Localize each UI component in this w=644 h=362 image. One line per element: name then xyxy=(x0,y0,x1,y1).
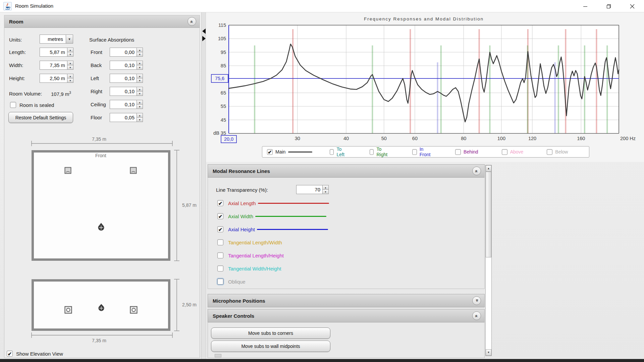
spinner-up-icon[interactable]: ▲ xyxy=(137,74,143,78)
scroll-up-icon[interactable]: ▲ xyxy=(486,165,491,172)
x-axis-max-label: 200 Hz xyxy=(620,136,636,141)
surface-spinner[interactable]: 0,10 ▲ ▼ xyxy=(110,100,143,109)
spinner-up-icon[interactable]: ▲ xyxy=(137,61,143,65)
modal-line-checkbox[interactable]: ✔ xyxy=(217,213,223,219)
spinner-up-icon[interactable]: ▲ xyxy=(67,48,73,52)
spinner-down-icon[interactable]: ▼ xyxy=(137,78,143,83)
modal-line-checkbox[interactable] xyxy=(217,252,223,258)
legend-item-in-front: In Front xyxy=(412,146,432,157)
legend-checkbox[interactable]: ✔ xyxy=(267,149,273,155)
room-collapse-button[interactable]: « xyxy=(187,17,196,26)
spinner-up-icon[interactable]: ▲ xyxy=(137,113,143,118)
chart-legend: ✔MainTo LeftTo RightIn FrontBehindAboveB… xyxy=(262,146,589,158)
spinner-up-icon[interactable]: ▲ xyxy=(322,185,329,190)
units-combobox[interactable]: metres ▼ xyxy=(40,35,73,44)
surface-value[interactable]: 0,10 xyxy=(110,87,137,96)
dimension-value[interactable]: 2,50 m xyxy=(40,74,67,83)
room-sealed-checkbox[interactable] xyxy=(10,102,16,108)
show-elevation-checkbox[interactable]: ✔ xyxy=(7,351,13,357)
scrollbar-thumb[interactable] xyxy=(486,172,491,257)
spinner-down-icon[interactable]: ▼ xyxy=(137,105,143,109)
surface-spinner[interactable]: 0,10 ▲ ▼ xyxy=(110,61,143,70)
microphone-positions-header[interactable]: Microphone Positions « xyxy=(208,294,485,307)
cursor-y-value: 75,6 xyxy=(215,76,224,81)
modal-line-label-text: Tangential Length/Width xyxy=(228,240,282,245)
modal-resonance-header[interactable]: Modal Resonance Lines « xyxy=(208,164,485,178)
microphone-expand-button[interactable]: « xyxy=(472,296,481,305)
line-transparency-value[interactable]: 70 xyxy=(296,185,322,194)
surface-spinner[interactable]: 0,05 ▲ ▼ xyxy=(110,113,143,122)
panel-splitter[interactable] xyxy=(201,12,206,359)
spinner-down-icon[interactable]: ▼ xyxy=(137,65,143,70)
listener-top-view-icon[interactable] xyxy=(97,223,105,232)
surface-value[interactable]: 0,10 xyxy=(110,74,137,83)
spinner-up-icon[interactable]: ▲ xyxy=(137,87,143,92)
spinner-up-icon[interactable]: ▲ xyxy=(137,48,143,52)
spinner-up-icon[interactable]: ▲ xyxy=(67,74,73,78)
top-view-width-dimline xyxy=(30,141,180,146)
right-panel-scrollbar[interactable]: ▲ ▼ xyxy=(485,165,492,356)
modal-collapse-button[interactable]: « xyxy=(472,167,481,175)
close-button[interactable] xyxy=(621,0,644,12)
y-tick-label: 95 xyxy=(221,50,226,55)
modal-line-label: Tangential Length/Width xyxy=(228,240,282,245)
surface-spinner[interactable]: 0,00 ▲ ▼ xyxy=(110,48,143,57)
frequency-response-chart[interactable]: Frequency Responses and Modal Distributi… xyxy=(206,12,644,162)
line-transparency-spinner[interactable]: 70 ▲ ▼ xyxy=(296,185,329,194)
speaker-left-icon[interactable] xyxy=(64,167,71,174)
room-volume-label: Room Volume: xyxy=(9,91,42,97)
legend-label: Above xyxy=(510,149,524,155)
spinner-down-icon[interactable]: ▼ xyxy=(322,190,329,194)
top-view-room[interactable] xyxy=(32,150,170,261)
dimension-spinner[interactable]: 7,35 m ▲ ▼ xyxy=(40,61,73,70)
dimension-value[interactable]: 5,87 m xyxy=(40,48,67,57)
speaker-collapse-button[interactable]: « xyxy=(472,311,481,320)
spinner-down-icon[interactable]: ▼ xyxy=(137,52,143,57)
combobox-arrow-icon[interactable]: ▼ xyxy=(66,35,73,44)
y-axis-bottom-label: dB 35 xyxy=(213,130,226,136)
elevation-width-dimline xyxy=(30,333,180,338)
spinner-up-icon[interactable]: ▲ xyxy=(137,100,143,105)
spinner-down-icon[interactable]: ▼ xyxy=(67,78,73,83)
dimension-value[interactable]: 7,35 m xyxy=(40,61,67,70)
minimize-button[interactable] xyxy=(574,0,597,12)
surface-value[interactable]: 0,10 xyxy=(110,61,137,70)
modal-line-checkbox[interactable]: ✔ xyxy=(217,200,223,206)
modal-line-checkbox[interactable]: ✔ xyxy=(217,226,223,232)
spinner-down-icon[interactable]: ▼ xyxy=(67,52,73,57)
modal-line-checkbox[interactable] xyxy=(217,279,223,285)
move-subs-midpoints-button[interactable]: Move subs to wall midpoints xyxy=(211,341,330,352)
legend-checkbox[interactable] xyxy=(455,149,461,155)
top-view-length-dimline xyxy=(174,148,179,263)
dimension-spinner[interactable]: 5,87 m ▲ ▼ xyxy=(40,48,73,57)
scroll-down-icon[interactable]: ▼ xyxy=(486,349,491,356)
legend-checkbox[interactable] xyxy=(547,149,552,155)
restore-defaults-button[interactable]: Restore Default Settings xyxy=(8,112,73,123)
surface-value[interactable]: 0,10 xyxy=(110,100,137,109)
surface-spinner[interactable]: 0,10 ▲ ▼ xyxy=(110,87,143,96)
splitter-collapse-right-icon[interactable] xyxy=(202,36,206,41)
surface-spinner[interactable]: 0,10 ▲ ▼ xyxy=(110,74,143,83)
legend-checkbox[interactable] xyxy=(412,149,417,155)
speaker-right-icon[interactable] xyxy=(130,167,137,174)
move-subs-corners-button[interactable]: Move subs to corners xyxy=(211,327,330,339)
sub-right-icon[interactable] xyxy=(130,306,138,314)
spinner-down-icon[interactable]: ▼ xyxy=(137,118,143,122)
spinner-up-icon[interactable]: ▲ xyxy=(67,61,73,65)
listener-elevation-icon[interactable] xyxy=(97,304,105,312)
surface-value[interactable]: 0,05 xyxy=(110,113,137,122)
legend-checkbox[interactable] xyxy=(502,149,507,155)
speaker-controls-header[interactable]: Speaker Controls « xyxy=(208,309,485,322)
spinner-down-icon[interactable]: ▼ xyxy=(137,92,143,96)
splitter-collapse-left-icon[interactable] xyxy=(202,28,206,34)
maximize-button[interactable] xyxy=(597,0,621,12)
sub-left-icon[interactable] xyxy=(64,306,72,314)
legend-checkbox[interactable] xyxy=(330,149,334,155)
dimension-spinner[interactable]: 2,50 m ▲ ▼ xyxy=(40,74,73,83)
surface-value[interactable]: 0,00 xyxy=(110,48,137,57)
modal-line-checkbox[interactable] xyxy=(217,239,223,245)
plot-area[interactable] xyxy=(229,25,619,133)
spinner-down-icon[interactable]: ▼ xyxy=(67,65,73,70)
modal-line-checkbox[interactable] xyxy=(217,265,223,272)
legend-checkbox[interactable] xyxy=(370,149,374,155)
